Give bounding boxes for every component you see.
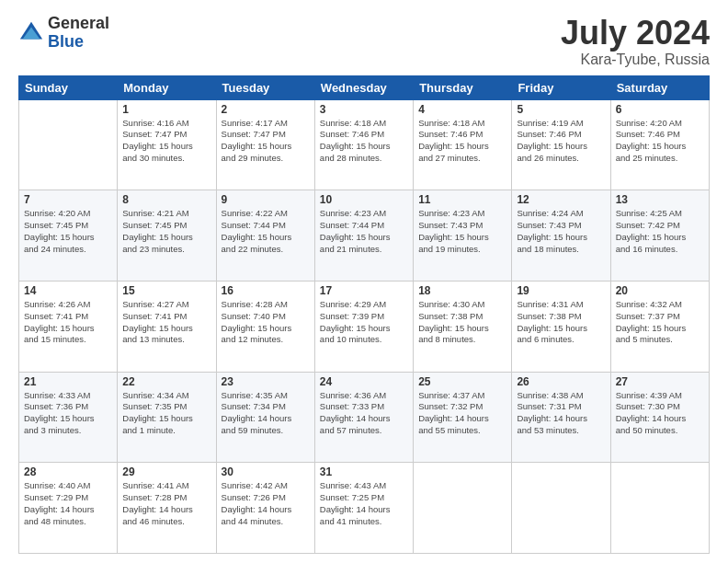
calendar-cell: 23Sunrise: 4:35 AMSunset: 7:34 PMDayligh… [216, 372, 314, 463]
day-number: 5 [517, 103, 605, 116]
calendar-cell: 7Sunrise: 4:20 AMSunset: 7:45 PMDaylight… [19, 190, 118, 282]
day-info: Sunrise: 4:16 AMSunset: 7:47 PMDaylight:… [122, 118, 210, 165]
day-info: Sunrise: 4:30 AMSunset: 7:38 PMDaylight:… [418, 299, 506, 346]
day-number: 6 [616, 103, 704, 116]
calendar-cell: 22Sunrise: 4:34 AMSunset: 7:35 PMDayligh… [118, 372, 216, 463]
calendar-cell: 5Sunrise: 4:19 AMSunset: 7:46 PMDaylight… [512, 99, 610, 190]
day-number: 13 [616, 193, 704, 206]
day-info: Sunrise: 4:23 AMSunset: 7:44 PMDaylight:… [320, 208, 408, 255]
day-number: 22 [122, 375, 210, 388]
day-info: Sunrise: 4:41 AMSunset: 7:28 PMDaylight:… [122, 480, 210, 527]
day-number: 26 [517, 375, 605, 388]
week-row-2: 7Sunrise: 4:20 AMSunset: 7:45 PMDaylight… [19, 190, 710, 282]
calendar-cell: 4Sunrise: 4:18 AMSunset: 7:46 PMDaylight… [414, 99, 512, 190]
day-info: Sunrise: 4:26 AMSunset: 7:41 PMDaylight:… [24, 299, 112, 346]
day-info: Sunrise: 4:20 AMSunset: 7:45 PMDaylight:… [24, 208, 112, 255]
calendar-cell [512, 463, 610, 554]
day-number: 10 [320, 193, 408, 206]
page: General Blue July 2024 Kara-Tyube, Russi… [0, 0, 728, 563]
calendar-cell: 27Sunrise: 4:39 AMSunset: 7:30 PMDayligh… [610, 372, 709, 463]
day-number: 16 [222, 284, 310, 297]
day-info: Sunrise: 4:31 AMSunset: 7:38 PMDaylight:… [517, 299, 605, 346]
day-info: Sunrise: 4:27 AMSunset: 7:41 PMDaylight:… [122, 299, 210, 346]
day-number: 17 [320, 284, 408, 297]
header-cell-tuesday: Tuesday [216, 75, 314, 99]
calendar-cell: 26Sunrise: 4:38 AMSunset: 7:31 PMDayligh… [512, 372, 610, 463]
header: General Blue July 2024 Kara-Tyube, Russi… [18, 15, 710, 68]
header-cell-friday: Friday [512, 75, 610, 99]
calendar-cell [414, 463, 512, 554]
day-info: Sunrise: 4:18 AMSunset: 7:46 PMDaylight:… [418, 118, 506, 165]
calendar-cell: 3Sunrise: 4:18 AMSunset: 7:46 PMDaylight… [314, 99, 413, 190]
calendar-cell: 21Sunrise: 4:33 AMSunset: 7:36 PMDayligh… [19, 372, 118, 463]
day-info: Sunrise: 4:29 AMSunset: 7:39 PMDaylight:… [320, 299, 408, 346]
calendar-cell: 19Sunrise: 4:31 AMSunset: 7:38 PMDayligh… [512, 281, 610, 372]
calendar-cell: 8Sunrise: 4:21 AMSunset: 7:45 PMDaylight… [118, 190, 216, 282]
day-number: 8 [122, 193, 210, 206]
day-number: 4 [418, 103, 506, 116]
day-info: Sunrise: 4:33 AMSunset: 7:36 PMDaylight:… [24, 390, 112, 437]
month-year: July 2024 [561, 15, 710, 52]
header-cell-thursday: Thursday [414, 75, 512, 99]
calendar-cell: 31Sunrise: 4:43 AMSunset: 7:25 PMDayligh… [314, 463, 413, 554]
day-number: 1 [122, 103, 210, 116]
calendar-cell: 1Sunrise: 4:16 AMSunset: 7:47 PMDaylight… [118, 99, 216, 190]
header-cell-saturday: Saturday [610, 75, 709, 99]
calendar-cell: 28Sunrise: 4:40 AMSunset: 7:29 PMDayligh… [19, 463, 118, 554]
calendar-table: SundayMondayTuesdayWednesdayThursdayFrid… [18, 75, 710, 554]
calendar-cell: 30Sunrise: 4:42 AMSunset: 7:26 PMDayligh… [216, 463, 314, 554]
day-info: Sunrise: 4:35 AMSunset: 7:34 PMDaylight:… [222, 390, 310, 437]
day-number: 14 [24, 284, 112, 297]
calendar-cell: 16Sunrise: 4:28 AMSunset: 7:40 PMDayligh… [216, 281, 314, 372]
day-number: 25 [418, 375, 506, 388]
location: Kara-Tyube, Russia [561, 52, 710, 68]
day-number: 24 [320, 375, 408, 388]
day-number: 29 [122, 465, 210, 478]
day-number: 18 [418, 284, 506, 297]
header-row: SundayMondayTuesdayWednesdayThursdayFrid… [19, 75, 710, 99]
day-number: 30 [222, 465, 310, 478]
header-cell-wednesday: Wednesday [314, 75, 413, 99]
day-info: Sunrise: 4:34 AMSunset: 7:35 PMDaylight:… [122, 390, 210, 437]
day-number: 7 [24, 193, 112, 206]
day-info: Sunrise: 4:43 AMSunset: 7:25 PMDaylight:… [320, 480, 408, 527]
day-number: 21 [24, 375, 112, 388]
week-row-5: 28Sunrise: 4:40 AMSunset: 7:29 PMDayligh… [19, 463, 710, 554]
day-info: Sunrise: 4:22 AMSunset: 7:44 PMDaylight:… [222, 208, 310, 255]
day-info: Sunrise: 4:37 AMSunset: 7:32 PMDaylight:… [418, 390, 506, 437]
calendar-cell: 25Sunrise: 4:37 AMSunset: 7:32 PMDayligh… [414, 372, 512, 463]
week-row-3: 14Sunrise: 4:26 AMSunset: 7:41 PMDayligh… [19, 281, 710, 372]
day-info: Sunrise: 4:23 AMSunset: 7:43 PMDaylight:… [418, 208, 506, 255]
calendar-cell: 2Sunrise: 4:17 AMSunset: 7:47 PMDaylight… [216, 99, 314, 190]
calendar-cell: 20Sunrise: 4:32 AMSunset: 7:37 PMDayligh… [610, 281, 709, 372]
day-info: Sunrise: 4:28 AMSunset: 7:40 PMDaylight:… [222, 299, 310, 346]
header-cell-monday: Monday [118, 75, 216, 99]
day-number: 2 [222, 103, 310, 116]
calendar-cell: 11Sunrise: 4:23 AMSunset: 7:43 PMDayligh… [414, 190, 512, 282]
calendar-cell: 12Sunrise: 4:24 AMSunset: 7:43 PMDayligh… [512, 190, 610, 282]
day-number: 28 [24, 465, 112, 478]
logo-text: General Blue [48, 15, 109, 52]
day-info: Sunrise: 4:39 AMSunset: 7:30 PMDaylight:… [616, 390, 704, 437]
day-number: 9 [222, 193, 310, 206]
week-row-1: 1Sunrise: 4:16 AMSunset: 7:47 PMDaylight… [19, 99, 710, 190]
calendar-cell: 18Sunrise: 4:30 AMSunset: 7:38 PMDayligh… [414, 281, 512, 372]
day-info: Sunrise: 4:18 AMSunset: 7:46 PMDaylight:… [320, 118, 408, 165]
day-number: 3 [320, 103, 408, 116]
calendar-cell: 29Sunrise: 4:41 AMSunset: 7:28 PMDayligh… [118, 463, 216, 554]
day-number: 19 [517, 284, 605, 297]
logo: General Blue [18, 15, 109, 52]
day-info: Sunrise: 4:24 AMSunset: 7:43 PMDaylight:… [517, 208, 605, 255]
day-number: 12 [517, 193, 605, 206]
day-info: Sunrise: 4:25 AMSunset: 7:42 PMDaylight:… [616, 208, 704, 255]
calendar-cell: 24Sunrise: 4:36 AMSunset: 7:33 PMDayligh… [314, 372, 413, 463]
day-number: 11 [418, 193, 506, 206]
logo-icon [18, 20, 44, 46]
calendar-cell: 15Sunrise: 4:27 AMSunset: 7:41 PMDayligh… [118, 281, 216, 372]
calendar-cell: 17Sunrise: 4:29 AMSunset: 7:39 PMDayligh… [314, 281, 413, 372]
day-number: 15 [122, 284, 210, 297]
calendar-cell: 13Sunrise: 4:25 AMSunset: 7:42 PMDayligh… [610, 190, 709, 282]
day-info: Sunrise: 4:36 AMSunset: 7:33 PMDaylight:… [320, 390, 408, 437]
day-info: Sunrise: 4:19 AMSunset: 7:46 PMDaylight:… [517, 118, 605, 165]
calendar-cell [610, 463, 709, 554]
